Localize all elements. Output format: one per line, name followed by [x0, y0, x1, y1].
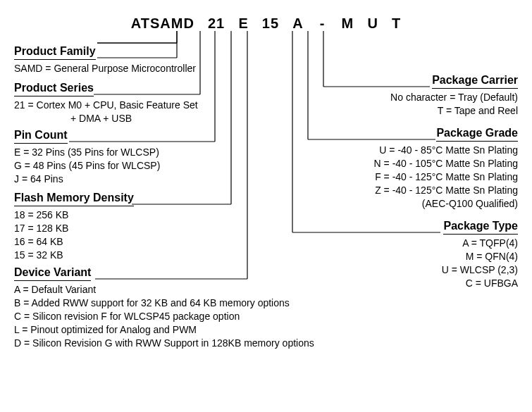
- device-variant-line: C = Silicon revision F for WLCSP45 packa…: [14, 310, 314, 323]
- part-variant: A: [292, 15, 303, 32]
- product-family-title: Product Family: [14, 45, 96, 60]
- package-grade-title: Package Grade: [436, 127, 518, 142]
- package-type-line: C = UFBGA: [442, 277, 518, 290]
- pin-count-line: J = 64 Pins: [14, 173, 160, 186]
- part-dash: -: [320, 15, 326, 32]
- pin-count-line: G = 48 Pins (45 Pins for WLCSP): [14, 159, 160, 173]
- pin-count-section: Pin Count E = 32 Pins (35 Pins for WLCSP…: [14, 129, 160, 186]
- device-variant-line: A = Default Variant: [14, 283, 314, 296]
- product-series-title: Product Series: [14, 82, 94, 96]
- flash-memory-line: 16 = 64 KB: [14, 235, 134, 249]
- package-carrier-line: T = Tape and Reel: [390, 104, 518, 118]
- part-prefix: ATSAMD: [131, 15, 194, 32]
- part-series: 21: [208, 15, 225, 32]
- package-carrier-title: Package Carrier: [432, 74, 518, 89]
- part-flash: 15: [262, 15, 279, 32]
- product-series-line: + DMA + USB: [14, 112, 198, 125]
- package-grade-line: (AEC-Q100 Qualified): [374, 197, 518, 211]
- package-type-section: Package Type A = TQFP(4) M = QFN(4) U = …: [442, 220, 518, 290]
- package-grade-line: N = -40 - 105°C Matte Sn Plating: [374, 157, 518, 170]
- package-grade-line: Z = -40 - 125°C Matte Sn Plating: [374, 184, 518, 197]
- package-type-line: M = QFN(4): [442, 250, 518, 263]
- part-ptype: M: [342, 15, 354, 32]
- device-variant-title: Device Variant: [14, 266, 91, 281]
- package-grade-line: F = -40 - 125°C Matte Sn Plating: [374, 170, 518, 184]
- pin-count-title: Pin Count: [14, 129, 68, 144]
- device-variant-line: D = Silicon Revision G with RWW Support …: [14, 337, 314, 350]
- product-family-section: Product Family SAMD = General Purpose Mi…: [14, 45, 196, 75]
- device-variant-line: B = Added RWW support for 32 KB and 64 K…: [14, 296, 314, 310]
- flash-memory-line: 17 = 128 KB: [14, 222, 134, 235]
- flash-memory-title: Flash Memory Density: [14, 192, 134, 206]
- flash-memory-section: Flash Memory Density 18 = 256 KB 17 = 12…: [14, 192, 134, 262]
- part-grade: U: [367, 15, 378, 32]
- package-grade-section: Package Grade U = -40 - 85°C Matte Sn Pl…: [374, 127, 518, 210]
- pin-count-line: E = 32 Pins (35 Pins for WLCSP): [14, 146, 160, 159]
- product-series-line: 21 = Cortex M0 + CPU, Basic Feature Set: [14, 99, 198, 112]
- package-carrier-section: Package Carrier No character = Tray (Def…: [390, 74, 518, 118]
- part-carrier: T: [392, 15, 401, 32]
- product-series-section: Product Series 21 = Cortex M0 + CPU, Bas…: [14, 82, 198, 125]
- flash-memory-line: 18 = 256 KB: [14, 208, 134, 222]
- device-variant-line: L = Pinout optimized for Analog and PWM: [14, 323, 314, 337]
- package-carrier-line: No character = Tray (Default): [390, 91, 518, 104]
- product-family-line: SAMD = General Purpose Microcontroller: [14, 62, 196, 75]
- package-grade-line: U = -40 - 85°C Matte Sn Plating: [374, 144, 518, 157]
- device-variant-section: Device Variant A = Default Variant B = A…: [14, 266, 314, 349]
- flash-memory-line: 15 = 32 KB: [14, 249, 134, 262]
- package-type-title: Package Type: [443, 220, 518, 235]
- part-pin: E: [238, 15, 248, 32]
- part-number-row: ATSAMD 21 E 15 A - M U T: [0, 15, 532, 32]
- package-type-line: U = WLCSP (2,3): [442, 263, 518, 277]
- package-type-line: A = TQFP(4): [442, 237, 518, 250]
